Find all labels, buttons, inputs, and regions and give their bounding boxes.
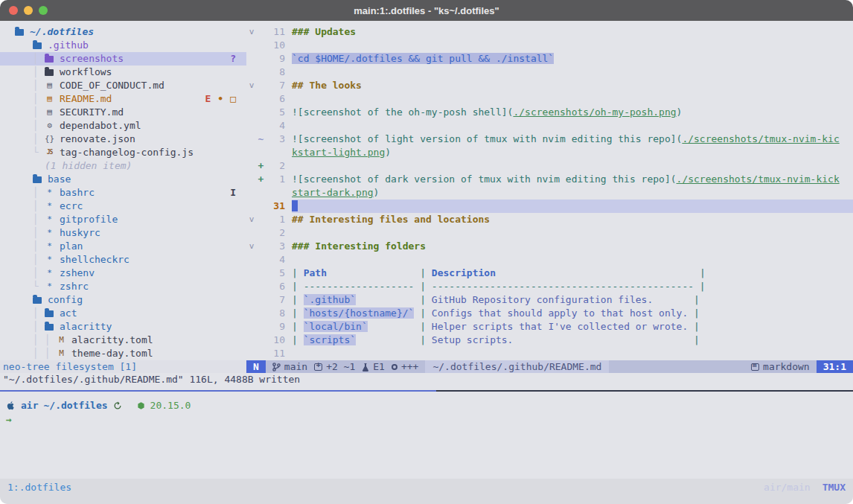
tree-item-gitprofile[interactable]: │*gitprofile bbox=[0, 213, 246, 226]
editor-line[interactable]: 5![screenshot of the oh-my-posh shell](.… bbox=[246, 106, 853, 119]
toml-file-icon: M bbox=[57, 347, 66, 360]
line-number bbox=[265, 186, 285, 200]
fold-marker bbox=[246, 39, 257, 52]
tree-item-zshenv[interactable]: │*zshenv bbox=[0, 267, 246, 280]
editor-line[interactable]: +2 bbox=[246, 159, 853, 173]
editor-line[interactable]: v3### Interesting folders bbox=[246, 240, 853, 253]
prompt-host: air bbox=[21, 399, 38, 412]
tmux-badge: TMUX bbox=[822, 480, 846, 495]
fold-marker[interactable]: v bbox=[246, 213, 257, 226]
editor-line[interactable]: 10 bbox=[246, 39, 853, 52]
close-button[interactable] bbox=[9, 6, 18, 15]
file-tree: ~/.dotfiles.github│screenshots?│workflow… bbox=[0, 21, 246, 360]
tree-item-workflows[interactable]: │workflows bbox=[0, 66, 246, 79]
editor-line[interactable]: 10| `scripts` | Setup scripts. | bbox=[246, 334, 853, 347]
editor-line[interactable]: 9`cd $HOME/.dotfiles && git pull && ./in… bbox=[246, 52, 853, 66]
fold-marker[interactable]: v bbox=[246, 25, 257, 39]
shell-cursor-line[interactable]: → bbox=[6, 413, 847, 427]
tree-item-alacritty.toml[interactable]: ││Malacritty.toml bbox=[0, 334, 246, 347]
line-number: 5 bbox=[265, 106, 285, 119]
fold-marker[interactable]: v bbox=[246, 240, 257, 253]
editor-line[interactable]: 31 bbox=[246, 200, 853, 213]
folder-icon bbox=[45, 69, 54, 76]
editor-line[interactable]: 8 bbox=[246, 66, 853, 79]
tree-item-shellcheckrc[interactable]: │*shellcheckrc bbox=[0, 253, 246, 267]
folder-icon bbox=[33, 297, 42, 304]
tree-item-dependabot.yml[interactable]: │⚙dependabot.yml bbox=[0, 119, 246, 133]
editor-line[interactable]: 5| Path | Description | bbox=[246, 267, 853, 280]
tree-item-.github[interactable]: .github bbox=[0, 39, 246, 52]
tree-item-~/.dotfiles[interactable]: ~/.dotfiles bbox=[0, 25, 246, 39]
tree-item-security.md[interactable]: │▤SECURITY.md bbox=[0, 106, 246, 119]
tmux-window-tab[interactable]: 1:.dotfiles bbox=[7, 480, 71, 495]
flask-icon bbox=[362, 363, 369, 371]
prompt-path: ~/.dotfiles bbox=[43, 399, 107, 412]
tree-item-renovate.json[interactable]: │{}renovate.json bbox=[0, 133, 246, 146]
text-cursor bbox=[292, 200, 298, 211]
editor-line[interactable]: +1![screenshot of dark version of tmux w… bbox=[246, 173, 853, 186]
tree-item-screenshots[interactable]: │screenshots? bbox=[0, 52, 246, 66]
syntax-span: | bbox=[292, 267, 304, 278]
syntax-span: | bbox=[292, 294, 304, 305]
gutter-sign bbox=[257, 200, 265, 213]
line-number: 8 bbox=[265, 66, 285, 79]
line-text bbox=[292, 39, 853, 52]
editor-line[interactable]: v11### Updates bbox=[246, 25, 853, 39]
tree-item-tag-changelog-config.js[interactable]: └JStag-changelog-config.js bbox=[0, 146, 246, 159]
tree-item-alacritty[interactable]: │alacritty bbox=[0, 320, 246, 334]
tree-item-1hiddenitem[interactable]: (1 hidden item) bbox=[0, 159, 246, 173]
gutter-sign bbox=[257, 186, 265, 200]
fold-marker bbox=[246, 173, 257, 186]
editor-line[interactable]: start-dark.png) bbox=[246, 186, 853, 200]
editor-line[interactable]: v7## The looks bbox=[246, 79, 853, 92]
editor-line[interactable]: v1## Interesting files and locations bbox=[246, 213, 853, 226]
tree-item-huskyrc[interactable]: │*huskyrc bbox=[0, 226, 246, 240]
editor-line[interactable]: 6| ------------------- | ---------------… bbox=[246, 280, 853, 293]
tree-item-code_of_conduct.md[interactable]: │▤CODE_OF_CONDUCT.md bbox=[0, 79, 246, 92]
tree-item-config[interactable]: config bbox=[0, 293, 246, 307]
editor-line[interactable]: 9| `local/bin` | Helper scripts that I'v… bbox=[246, 320, 853, 334]
indent-guide: │ bbox=[33, 226, 45, 240]
fold-marker[interactable]: v bbox=[246, 79, 257, 92]
maximize-button[interactable] bbox=[39, 6, 48, 15]
line-text: | `.github` | GitHub Repository configur… bbox=[292, 293, 853, 307]
git-status-badges: I bbox=[230, 186, 236, 200]
minimize-button[interactable] bbox=[24, 6, 33, 15]
editor-line[interactable]: 4 bbox=[246, 119, 853, 133]
syntax-span: ) bbox=[385, 147, 391, 158]
tree-item-bashrc[interactable]: │*bashrcI bbox=[0, 186, 246, 200]
gutter-sign bbox=[257, 293, 265, 307]
tree-item-plan[interactable]: │*plan bbox=[0, 240, 246, 253]
editor-line[interactable]: 7| `.github` | GitHub Repository configu… bbox=[246, 293, 853, 307]
line-text bbox=[292, 253, 853, 267]
syntax-span: ) bbox=[374, 187, 380, 198]
status-badge: □ bbox=[230, 92, 236, 106]
indent-guide bbox=[33, 159, 45, 173]
tmux-pane-separator[interactable] bbox=[0, 390, 853, 392]
fold-marker bbox=[246, 320, 257, 334]
tree-item-act[interactable]: │act bbox=[0, 307, 246, 320]
syntax-span bbox=[356, 294, 420, 305]
git-sync-icon bbox=[113, 401, 122, 410]
syntax-span: `scripts` bbox=[304, 334, 356, 345]
editor-line[interactable]: ~3![screenshot of light version of tmux … bbox=[246, 133, 853, 146]
git-branch-icon bbox=[272, 363, 281, 371]
fold-marker bbox=[246, 52, 257, 66]
syntax-span: | bbox=[420, 321, 432, 332]
tree-item-base[interactable]: base bbox=[0, 173, 246, 186]
editor-line[interactable]: 6 bbox=[246, 92, 853, 106]
syntax-span: | bbox=[694, 321, 700, 332]
tree-item-readme.md[interactable]: │▤README.mdE•□ bbox=[0, 92, 246, 106]
line-text: | `hosts/{hostname}/` | Configs that sho… bbox=[292, 307, 853, 320]
tree-item-ecrc[interactable]: │*ecrc bbox=[0, 200, 246, 213]
tree-item-theme-day.toml[interactable]: ││Mtheme-day.toml bbox=[0, 347, 246, 360]
indent-guide: │ bbox=[33, 106, 45, 119]
editor-line[interactable]: 8| `hosts/{hostname}/` | Configs that sh… bbox=[246, 307, 853, 320]
shell-pane[interactable]: air ~/.dotfiles 20.15.0 → bbox=[0, 395, 853, 479]
tree-item-zshrc[interactable]: └*zshrc bbox=[0, 280, 246, 293]
editor-line[interactable]: 11 bbox=[246, 347, 853, 360]
editor-line[interactable]: 4 bbox=[246, 253, 853, 267]
editor-line[interactable]: 2 bbox=[246, 226, 853, 240]
gear-file-icon: ⚙ bbox=[45, 119, 54, 133]
editor-line[interactable]: kstart-light.png) bbox=[246, 146, 853, 159]
